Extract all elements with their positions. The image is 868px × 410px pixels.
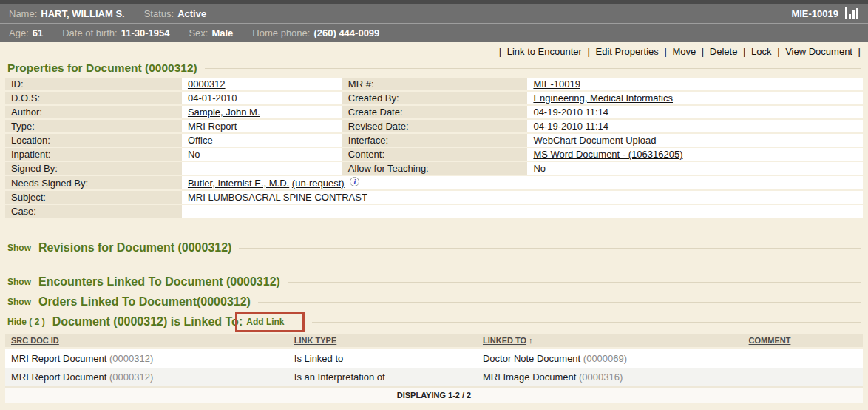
field-label-mr: MR #: xyxy=(342,78,528,90)
mr-number-link[interactable]: MIE-10019 xyxy=(533,78,580,90)
table-row: MRI Report Document (0000312) Is an Inte… xyxy=(5,368,863,387)
linked-to-doc-name: MRI Image Document xyxy=(483,372,579,383)
action-separator: | xyxy=(499,46,501,57)
src-doc-name: MRI Report Document xyxy=(11,353,109,364)
linked-to-doc-name: Doctor Note Document xyxy=(483,353,583,364)
table-row: Location: Office Interface: WebChart Doc… xyxy=(5,134,863,147)
action-separator: | xyxy=(743,46,745,57)
src-doc-id-column-header[interactable]: SRC DOC ID xyxy=(5,334,288,349)
delete-link[interactable]: Delete xyxy=(710,46,738,57)
add-link-button[interactable]: Add Link xyxy=(246,317,284,327)
field-label-needs-signed: Needs Signed By: xyxy=(5,176,182,189)
encounters-section-header: Show Encounters Linked To Document (0000… xyxy=(7,275,861,289)
edit-properties-link[interactable]: Edit Properties xyxy=(596,46,659,57)
comment-value xyxy=(743,368,863,387)
content-link[interactable]: MS Word Document - (106316205) xyxy=(533,149,682,160)
orders-section-title: Orders Linked To Document(0000312) xyxy=(38,295,251,309)
subject-value: MRI LUMBOSACRAL SPINE CONTRAST xyxy=(182,191,863,204)
action-separator: | xyxy=(777,46,779,57)
patient-dob: 11-30-1954 xyxy=(121,27,170,38)
doc-id-link[interactable]: 0000312 xyxy=(188,78,226,90)
field-label-content: Content: xyxy=(342,148,528,161)
linked-to-doc-id: (0000069) xyxy=(583,353,627,364)
heading-rule xyxy=(312,322,861,323)
flowsheet-chart-icon[interactable] xyxy=(844,7,859,19)
field-label-id: ID: xyxy=(5,78,182,90)
table-row: Author: Sample, John M. Create Date: 04-… xyxy=(5,106,863,118)
dos-value: 04-01-2010 xyxy=(182,92,342,104)
paging-status: DISPLAYING 1-2 / 2 xyxy=(5,387,863,403)
action-separator: | xyxy=(702,46,704,57)
patient-name: HART, WILLIAM S. xyxy=(41,8,124,19)
hide-linked-toggle[interactable]: Hide ( 2 ) xyxy=(7,317,45,327)
field-label-author: Author: xyxy=(5,106,182,118)
src-doc-name: MRI Report Document xyxy=(11,372,109,383)
info-icon[interactable]: i xyxy=(350,177,359,186)
action-separator: | xyxy=(664,46,666,57)
lock-link[interactable]: Lock xyxy=(751,46,771,57)
dob-label: Date of birth: xyxy=(62,27,117,38)
field-label-allow-teaching: Allow for Teaching: xyxy=(342,162,528,175)
signed-by-value xyxy=(182,162,342,175)
name-label: Name: xyxy=(9,8,37,19)
type-value: MRI Report xyxy=(182,120,342,132)
sort-asc-icon: ↑ xyxy=(529,336,533,345)
inpatient-value: No xyxy=(182,148,342,161)
author-link[interactable]: Sample, John M. xyxy=(188,107,260,118)
phone-label: Home phone: xyxy=(252,27,310,38)
table-row: MRI Report Document (0000312) Is Linked … xyxy=(5,349,863,369)
linked-documents-table: SRC DOC ID LINK TYPE LINKED TO↑ COMMENT … xyxy=(5,334,863,403)
properties-table: ID: 0000312 MR #: MIE-10019 D.O.S: 04-01… xyxy=(5,76,863,219)
demographics-banner: Age: 61 Date of birth: 11-30-1954 Sex: M… xyxy=(0,23,868,42)
linked-section-title: Document (0000312) is Linked To: xyxy=(52,315,243,329)
show-orders-toggle[interactable]: Show xyxy=(7,297,31,307)
link-to-encounter-link[interactable]: Link to Encounter xyxy=(507,46,582,57)
needs-signed-provider-link[interactable]: Butler, Internist E., M.D. xyxy=(188,178,289,189)
link-type-value: Is Linked to xyxy=(288,349,477,369)
location-value: Office xyxy=(182,134,342,147)
status-label: Status: xyxy=(144,8,174,19)
patient-phone: (260) 444-0099 xyxy=(313,27,379,38)
field-label-dos: D.O.S: xyxy=(5,92,182,104)
linked-table-header-row: SRC DOC ID LINK TYPE LINKED TO↑ COMMENT xyxy=(5,334,863,349)
created-by-link[interactable]: Engineering, Medical Informatics xyxy=(533,93,673,104)
src-doc-id: (0000312) xyxy=(109,353,153,364)
add-link-highlight-box: Add Link xyxy=(235,312,304,332)
field-label-signed-by: Signed By: xyxy=(5,162,182,175)
src-doc-id: (0000312) xyxy=(109,372,153,383)
interface-value: WebChart Document Upload xyxy=(527,134,863,147)
patient-status: Active xyxy=(177,8,206,19)
link-type-value: Is an Interpretation of xyxy=(288,368,477,387)
patient-sex: Male xyxy=(211,27,233,38)
table-row: Type: MRI Report Revised Date: 04-19-201… xyxy=(5,120,863,132)
linked-to-column-header[interactable]: LINKED TO↑ xyxy=(477,334,743,349)
unrequest-link[interactable]: (un-request) xyxy=(292,178,345,189)
table-row: Inpatient: No Content: MS Word Document … xyxy=(5,148,863,161)
move-link[interactable]: Move xyxy=(672,46,696,57)
document-actions: | Link to Encounter | Edit Properties | … xyxy=(0,42,868,59)
page-title: Properties for Document (0000312) xyxy=(7,61,197,75)
revised-date-value: 04-19-2010 11:14 xyxy=(527,120,863,132)
linked-to-doc-id: (0000316) xyxy=(579,372,623,383)
revisions-section-header: Show Revisions for Document (0000312) xyxy=(7,241,861,255)
action-separator: | xyxy=(587,46,589,57)
show-revisions-toggle[interactable]: Show xyxy=(7,243,31,253)
case-value xyxy=(182,205,863,218)
action-separator: | xyxy=(858,46,861,57)
table-row: ID: 0000312 MR #: MIE-10019 xyxy=(5,78,863,90)
view-document-link[interactable]: View Document xyxy=(785,46,852,57)
patient-mrn: MIE-10019 xyxy=(791,8,838,19)
field-label-type: Type: xyxy=(5,120,182,132)
field-label-subject: Subject: xyxy=(5,191,182,204)
sex-label: Sex: xyxy=(189,27,208,38)
linked-section-header: Hide ( 2 ) Document (0000312) is Linked … xyxy=(7,312,861,332)
heading-rule xyxy=(258,302,861,303)
link-type-column-header[interactable]: LINK TYPE xyxy=(288,334,477,349)
field-label-case: Case: xyxy=(5,205,182,218)
comment-column-header[interactable]: COMMENT xyxy=(743,334,863,349)
field-label-inpatient: Inpatient: xyxy=(5,148,182,161)
show-encounters-toggle[interactable]: Show xyxy=(7,277,31,287)
comment-value xyxy=(743,349,863,369)
table-row: D.O.S: 04-01-2010 Created By: Engineerin… xyxy=(5,92,863,104)
table-footer-row: DISPLAYING 1-2 / 2 xyxy=(5,387,863,403)
